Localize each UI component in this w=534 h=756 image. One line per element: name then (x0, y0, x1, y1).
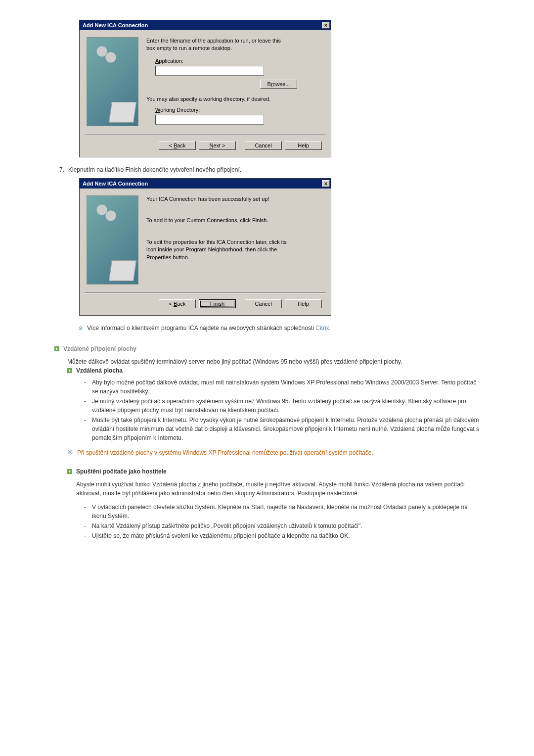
step-number: 7. (54, 166, 68, 173)
dialog-intro: Enter the filename of the application to… (146, 37, 290, 52)
dialog-title: Add New ICA Connection (83, 22, 148, 28)
back-button[interactable]: < Back (159, 141, 196, 150)
close-icon[interactable]: × (322, 22, 330, 29)
wizard-illustration (87, 195, 138, 284)
dialog-titlebar: Add New ICA Connection × (80, 179, 331, 189)
step-text: Klepnutím na tlačítko Finish dokončíte v… (68, 166, 241, 173)
list-item: Na kartě Vzdálený přístup zaškrtněte pol… (84, 521, 480, 530)
bullet-icon (67, 368, 72, 373)
cancel-button[interactable]: Cancel (245, 299, 282, 308)
working-directory-label: Working Directory: (146, 106, 324, 114)
section-remote-connection: Vzdálené připojení plochy (54, 345, 480, 352)
dialog-titlebar: Add New ICA Connection × (80, 20, 331, 30)
note-icon: ※ (67, 448, 77, 457)
application-input[interactable] (155, 66, 264, 76)
application-label: Application: (146, 57, 324, 65)
ica-wizard-application-dialog: Add New ICA Connection × Enter the filen… (79, 20, 331, 157)
cancel-button[interactable]: Cancel (245, 141, 282, 150)
section-body: Můžete dálkově ovládat spuštěný terminál… (67, 357, 480, 366)
next-button[interactable]: Next > (199, 141, 236, 150)
finish-line-2: To add it to your Custom Connections, cl… (146, 217, 324, 224)
working-directory-input[interactable] (155, 115, 264, 125)
warning-text: Při spuštění vzdálené plochy v systému W… (77, 448, 373, 457)
host-steps-list: V ovládacích panelech otevřete složku Sy… (54, 499, 480, 540)
dialog-title: Add New ICA Connection (83, 181, 148, 187)
close-icon[interactable]: × (322, 180, 330, 187)
step-7: 7. Klepnutím na tlačítko Finish dokončít… (54, 166, 480, 173)
bullet-icon (54, 346, 59, 351)
working-directory-intro: You may also specify a working directory… (146, 95, 324, 103)
finish-line-1: Your ICA Connection has been successfull… (146, 195, 324, 203)
subsection-host-start: Spuštění počítače jako hostitele (54, 468, 480, 475)
list-item: Je nutný vzdálený počítač s operačním sy… (84, 397, 480, 415)
dialog-button-row: < Back Finish Cancel Help (80, 293, 331, 315)
subsection-title: Spuštění počítače jako hostitele (76, 468, 167, 475)
remote-desktop-list: Aby bylo možné počítač dálkově ovládat, … (54, 374, 480, 442)
wizard-illustration (87, 37, 138, 126)
list-item: Aby bylo možné počítač dálkově ovládat, … (84, 378, 480, 396)
note-icon: ※ (78, 325, 87, 331)
note-text: Více informací o klientském programu ICA… (87, 325, 331, 331)
back-button[interactable]: < Back (159, 299, 196, 308)
section-title: Vzdálené připojení plochy (63, 345, 136, 352)
list-item: Musíte být také připojeni k Internetu. P… (84, 416, 480, 442)
finish-line-3: To edit the properties for this ICA Conn… (146, 238, 295, 261)
citrix-note: ※ Více informací o klientském programu I… (54, 325, 480, 331)
list-item: V ovládacích panelech otevřete složku Sy… (84, 503, 480, 520)
browse-button[interactable]: Browse... (260, 80, 297, 89)
help-button[interactable]: Help (285, 299, 322, 308)
host-body: Abyste mohli využívat funkci Vzdálená pl… (76, 480, 480, 498)
remote-desktop-warning: ※ Při spuštění vzdálené plochy v systému… (54, 448, 480, 457)
list-item: Ujistěte se, že máte příslušná svolení k… (84, 531, 480, 540)
ica-wizard-finish-dialog: Add New ICA Connection × Your ICA Connec… (79, 178, 331, 316)
citrix-link[interactable]: Citrix (315, 325, 329, 331)
dialog-button-row: < Back Next > Cancel Help (80, 135, 331, 157)
finish-button[interactable]: Finish (199, 299, 236, 308)
bullet-icon (67, 469, 72, 474)
subsection-remote-desktop: Vzdálená plocha (54, 367, 480, 374)
subsection-title: Vzdálená plocha (76, 367, 123, 374)
help-button[interactable]: Help (285, 141, 322, 150)
